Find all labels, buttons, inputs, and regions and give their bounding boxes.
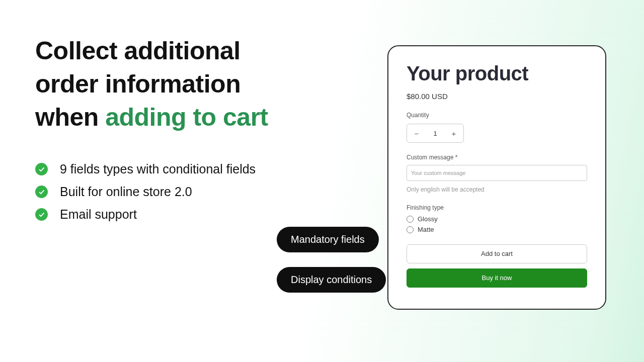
finishing-type-group: Glossy Matte	[407, 215, 587, 233]
feature-text: Email support	[60, 207, 137, 222]
hero-heading: Collect additional order information whe…	[35, 34, 317, 134]
check-icon	[35, 208, 48, 221]
heading-line3-pre: when	[35, 103, 105, 131]
feature-item: Built for online store 2.0	[35, 185, 317, 199]
quantity-value: 1	[426, 130, 444, 137]
radio-label: Glossy	[418, 215, 438, 223]
radio-input[interactable]	[407, 216, 414, 223]
custom-message-hint: Only english will be accepted	[407, 186, 587, 193]
quantity-label: Quantity	[407, 112, 587, 119]
feature-list: 9 fields types with conditional fields B…	[35, 162, 317, 222]
feature-text: 9 fields types with conditional fields	[60, 162, 256, 176]
check-icon	[35, 163, 48, 175]
display-conditions-pill: Display conditions	[277, 267, 386, 293]
custom-message-label: Custom message *	[407, 154, 587, 161]
finishing-option-matte[interactable]: Matte	[407, 226, 587, 233]
heading-line2: order information	[35, 70, 240, 98]
finishing-type-label: Finishing type	[407, 204, 587, 211]
quantity-increase-button[interactable]: +	[444, 124, 463, 143]
product-title: Your product	[407, 62, 587, 85]
quantity-decrease-button[interactable]: −	[407, 124, 426, 143]
buy-it-now-button[interactable]: Buy it now	[407, 268, 587, 288]
feature-item: 9 fields types with conditional fields	[35, 162, 317, 176]
radio-input[interactable]	[407, 226, 414, 233]
product-price: $80.00 USD	[407, 92, 587, 101]
mandatory-fields-pill: Mandatory fields	[277, 227, 379, 252]
radio-label: Matte	[418, 226, 434, 233]
feature-item: Email support	[35, 207, 317, 222]
product-card: Your product $80.00 USD Quantity − 1 + C…	[387, 45, 606, 310]
heading-accent: adding to cart	[105, 103, 268, 131]
check-icon	[35, 186, 48, 198]
quantity-stepper: − 1 +	[407, 124, 464, 143]
add-to-cart-button[interactable]: Add to cart	[407, 244, 587, 263]
feature-text: Built for online store 2.0	[60, 185, 192, 199]
finishing-option-glossy[interactable]: Glossy	[407, 215, 587, 223]
heading-line1: Collect additional	[35, 37, 240, 65]
custom-message-input[interactable]	[407, 165, 587, 181]
